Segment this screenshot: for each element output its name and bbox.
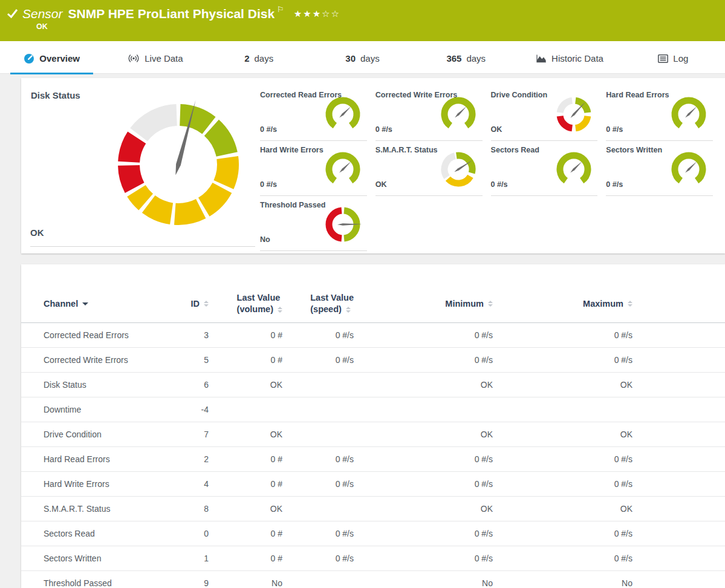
gauge-tiles: Corrected Read Errors 0 #/s Corrected Wr… <box>260 88 721 253</box>
cell-last-value-speed: 0 #/s <box>307 447 378 472</box>
cell-maximum: 0 #/s <box>517 521 657 546</box>
gauge-tile-drive-condition[interactable]: Drive Condition OK <box>491 88 606 143</box>
tab-number: 30 <box>345 53 356 64</box>
disk-status-gauge <box>109 95 248 234</box>
cell-maximum <box>517 397 657 422</box>
tab-overview[interactable]: Overview <box>0 41 103 73</box>
channel-gauge-value: 0 #/s <box>260 180 277 189</box>
cell-minimum: OK <box>378 497 517 521</box>
cell-maximum: OK <box>517 373 657 397</box>
tab-label: days <box>255 53 274 64</box>
gauge-icon <box>24 53 34 64</box>
cell-last-value-speed <box>307 373 378 397</box>
table-row[interactable]: Corrected Read Errors 3 0 # 0 #/s 0 #/s … <box>21 323 725 348</box>
column-header-minimum[interactable]: Minimum <box>378 285 517 323</box>
gauge-tile-hard-read-errors[interactable]: Hard Read Errors 0 #/s <box>606 88 721 143</box>
gauge-tile-sectors-written[interactable]: Sectors Written 0 #/s <box>606 143 721 198</box>
cell-id: 6 <box>187 373 233 397</box>
gauge-tile-corrected-write-errors[interactable]: Corrected Write Errors 0 #/s <box>376 88 491 143</box>
sort-icon <box>488 301 493 307</box>
column-header-last-value-volume[interactable]: Last Value(volume) <box>233 285 307 323</box>
cell-last-value-volume: OK <box>233 497 307 521</box>
sensor-title-line: SensorSNMP HPE ProLiant Physical Disk⚐★★… <box>22 5 340 21</box>
gauge-tile-s-m-a-r-t-status[interactable]: S.M.A.R.T. Status OK <box>376 143 491 198</box>
cell-channel: Disk Status <box>21 373 187 397</box>
table-row[interactable]: Sectors Read 0 0 # 0 #/s 0 #/s 0 #/s <box>21 521 725 546</box>
column-header-id[interactable]: ID <box>187 285 233 323</box>
table-row[interactable]: S.M.A.R.T. Status 8 OK OK OK <box>21 497 725 521</box>
sensor-status: OK <box>36 22 48 31</box>
cell-channel: Hard Read Errors <box>21 447 187 472</box>
channel-gauge-value: 0 #/s <box>606 125 623 134</box>
cell-filler <box>657 422 725 447</box>
sort-icon <box>628 301 632 307</box>
cell-id: -4 <box>187 397 233 422</box>
tab-2-days[interactable]: 2 days <box>207 41 311 73</box>
cell-last-value-volume: 0 # <box>233 521 307 546</box>
gauge-tile-hard-write-errors[interactable]: Hard Write Errors 0 #/s <box>260 143 376 198</box>
cell-minimum <box>378 397 517 422</box>
channel-gauge-title: Hard Read Errors <box>606 91 669 99</box>
cell-id: 7 <box>187 422 233 447</box>
cell-id: 3 <box>187 323 233 348</box>
table-row[interactable]: Hard Read Errors 2 0 # 0 #/s 0 #/s 0 #/s <box>21 447 725 472</box>
channel-gauge-title: Drive Condition <box>491 91 548 99</box>
column-header-channel[interactable]: Channel <box>21 285 187 323</box>
gauges-panel: Disk Status OK Corrected Read Errors 0 #… <box>21 78 725 253</box>
sort-desc-icon <box>82 302 88 305</box>
channel-gauge-value: 0 #/s <box>491 180 508 189</box>
sort-icon <box>278 307 282 313</box>
disk-status-title: Disk Status <box>31 90 80 100</box>
rating-stars[interactable]: ★★★☆☆ <box>294 8 340 19</box>
channel-gauge-value: OK <box>376 180 387 189</box>
cell-maximum: 0 #/s <box>517 447 657 472</box>
column-header-maximum[interactable]: Maximum <box>517 285 657 323</box>
column-header-last-value-speed[interactable]: Last Value(speed) <box>307 285 378 323</box>
cell-channel: S.M.A.R.T. Status <box>21 497 187 521</box>
table-row[interactable]: Corrected Write Errors 5 0 # 0 #/s 0 #/s… <box>21 348 725 373</box>
sort-icon <box>346 307 351 313</box>
table-row[interactable]: Downtime -4 <box>21 397 725 422</box>
table-row[interactable]: Threshold Passed 9 No No No <box>21 571 725 588</box>
channel-gauge <box>556 151 592 188</box>
cell-filler <box>657 373 725 397</box>
channel-gauge <box>671 96 707 132</box>
tab-log[interactable]: Log <box>622 41 725 73</box>
cell-last-value-speed: 0 #/s <box>307 348 378 373</box>
channel-gauge-title: Sectors Read <box>491 146 540 154</box>
cell-last-value-speed: 0 #/s <box>307 323 378 348</box>
tab-live-data[interactable]: Live Data <box>103 41 207 73</box>
table-row[interactable]: Drive Condition 7 OK OK OK <box>21 422 725 447</box>
tab-label: days <box>466 53 486 64</box>
channel-gauge-value: 0 #/s <box>376 125 392 134</box>
channel-gauge <box>325 206 361 243</box>
tab-30-days[interactable]: 30 days <box>311 41 414 73</box>
cell-last-value-speed: 0 #/s <box>307 472 378 497</box>
cell-id: 5 <box>187 348 233 373</box>
cell-minimum: 0 #/s <box>378 323 517 348</box>
tab-365-days[interactable]: 365 days <box>414 41 518 73</box>
table-row[interactable]: Hard Write Errors 4 0 # 0 #/s 0 #/s 0 #/… <box>21 472 725 497</box>
gauge-tile-corrected-read-errors[interactable]: Corrected Read Errors 0 #/s <box>260 88 376 143</box>
cell-last-value-volume: 0 # <box>233 472 307 497</box>
cell-filler <box>657 497 725 521</box>
channel-gauge <box>325 96 361 132</box>
cell-channel: Corrected Write Errors <box>21 348 187 373</box>
table-row[interactable]: Sectors Written 1 0 # 0 #/s 0 #/s 0 #/s <box>21 546 725 571</box>
gauge-tile-sectors-read[interactable]: Sectors Read 0 #/s <box>491 143 606 198</box>
sensor-kind-label: Sensor <box>22 7 63 21</box>
cell-last-value-speed <box>307 497 378 521</box>
tab-historic-data[interactable]: Historic Data <box>518 41 621 73</box>
tab-label: Historic Data <box>551 53 603 64</box>
tab-number: 2 <box>244 53 249 64</box>
cell-minimum: 0 #/s <box>378 472 517 497</box>
channel-table-body: Corrected Read Errors 3 0 # 0 #/s 0 #/s … <box>21 323 725 588</box>
flag-icon[interactable]: ⚐ <box>277 5 284 14</box>
broadcast-icon <box>128 54 140 63</box>
table-row[interactable]: Disk Status 6 OK OK OK <box>21 373 725 397</box>
gauge-tile-threshold-passed[interactable]: Threshold Passed No <box>260 198 376 253</box>
cell-filler <box>657 323 725 348</box>
cell-channel: Corrected Read Errors <box>21 323 187 348</box>
cell-minimum: 0 #/s <box>378 521 517 546</box>
cell-minimum: OK <box>378 373 517 397</box>
